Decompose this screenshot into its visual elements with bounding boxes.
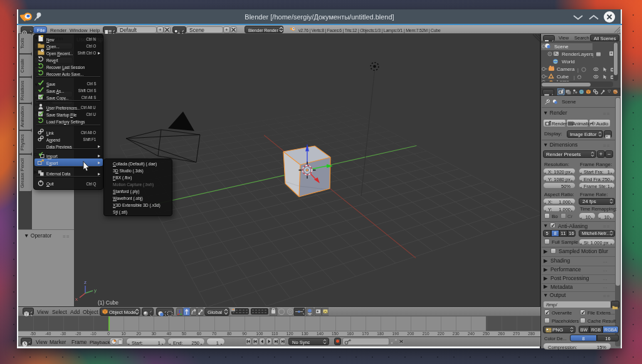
svg-text:(1) Cube: (1) Cube <box>98 299 118 306</box>
svg-text:|: | <box>592 53 594 58</box>
svg-text:z: z <box>84 279 87 285</box>
svg-text:|: | <box>577 68 579 73</box>
svg-text:y: y <box>94 288 97 293</box>
svg-text:x: x <box>75 296 78 302</box>
